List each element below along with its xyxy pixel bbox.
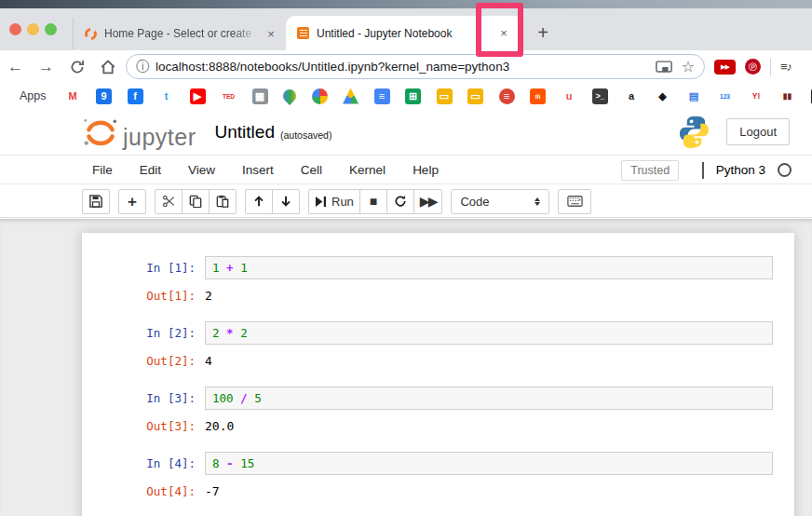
back-icon[interactable]: ← [0,58,31,76]
jupyter-header: jupyter Untitled (autosaved) Logout [0,109,812,156]
jupyter-brand-text: jupyter [123,126,196,149]
trusted-button[interactable]: Trusted [621,160,679,181]
divider [770,59,771,75]
output-prompt: Out[4]: [82,483,205,499]
bookmark-drive-icon[interactable] [343,88,359,104]
restart-kernel-button[interactable] [386,189,414,214]
zoom-window-button[interactable] [45,23,57,35]
bookmark-soundcloud-icon[interactable]: ılı [530,88,546,104]
add-cell-button[interactable]: + [118,189,146,214]
reading-list-icon[interactable]: ≡♪ [780,60,792,74]
bookmark-layers-icon[interactable]: ▤ [686,88,702,104]
bookmark-docs-icon[interactable]: ≡ [374,88,390,104]
url-bar[interactable]: ⓘ localhost:8888/notebooks/Untitled.ipyn… [126,54,705,79]
menu-edit[interactable]: Edit [140,163,161,177]
output-value: 4 [205,353,212,369]
bookmark-facebook-icon[interactable]: f [128,88,143,104]
bookmark-yahoo-icon[interactable]: Y! [749,88,765,104]
restart-run-all-button[interactable]: ▶▶ [413,189,443,214]
page-info-icon[interactable]: ⓘ [136,59,149,75]
divider [702,162,704,179]
browser-address-bar: ← → ⓘ localhost:8888/notebooks/Untitled.… [0,50,812,83]
notebook-title[interactable]: Untitled [215,122,275,143]
bookmark-one-two-three-icon[interactable]: 123 [717,88,733,104]
home-icon[interactable] [92,59,123,75]
run-label: Run [332,195,354,209]
tab-home-page[interactable]: Home Page - Select or create a × [73,18,285,49]
bookmark-calendar-icon[interactable]: 9 [96,88,112,104]
bookmark-youtube-icon[interactable]: ▶ [190,88,206,104]
code-input[interactable]: 100 / 5 [205,387,773,410]
bookmark-star-icon[interactable]: ☆ [682,58,695,75]
bookmark-slides-icon[interactable]: ▭ [437,88,453,104]
browser-tab-bar: Home Page - Select or create a × Untitle… [0,8,812,50]
run-button[interactable]: Run [308,189,360,214]
close-window-button[interactable] [9,23,21,35]
kernel-name: Python 3 [716,163,765,177]
reload-icon[interactable] [61,59,92,75]
move-group [245,189,300,214]
window-behind-strip [0,0,812,8]
move-cell-up-button[interactable] [245,189,273,214]
code-input[interactable]: 8 - 15 [205,452,773,475]
new-tab-button[interactable]: + [531,20,555,45]
cut-cell-button[interactable] [155,189,183,214]
code-input[interactable]: 2 * 2 [205,321,773,345]
apps-label[interactable]: Apps [20,89,47,102]
traffic-lights [9,23,57,35]
output-prompt: Out[3]: [82,418,205,434]
tab-untitled-notebook[interactable]: Untitled - Jupyter Notebook × [286,16,523,50]
bookmark-slides-2-icon[interactable]: ▭ [467,88,483,104]
menu-insert[interactable]: Insert [242,163,274,177]
tab-close-icon[interactable]: × [263,25,279,42]
screen: Home Page - Select or create a × Untitle… [0,0,812,516]
dropdown-arrows-icon [535,197,540,206]
bookmark-twitter-icon[interactable]: t [158,88,174,104]
tab-close-icon[interactable]: × [495,25,512,42]
command-palette-button[interactable] [558,189,591,214]
extensions-area: ▶▶ ℗ ≡♪ [714,59,792,75]
output-prompt: Out[1]: [82,288,205,304]
jupyter-logo[interactable]: jupyter [82,115,196,149]
python-logo [679,115,710,148]
bookmark-blocks-icon[interactable]: ▮▮ [779,88,795,104]
bookmark-sheets-icon[interactable]: ⊞ [405,88,421,104]
bookmark-cube-icon[interactable]: ◈ [655,88,670,104]
bookmark-favicons: M 9 f t ▶ TED ▦ ≡ ⊞ ▭ ▭ ≡ ılı u >_ a ◈ ▤… [65,88,812,104]
bookmark-terminal-icon[interactable]: >_ [592,88,608,104]
menu-items: FileEditViewInsertCellKernelHelp [92,163,466,177]
url-text[interactable]: localhost:8888/notebooks/Untitled.ipynb?… [156,60,646,74]
stop-button[interactable]: ■ [359,189,387,214]
bookmark-maps-icon[interactable] [280,87,299,105]
menu-cell[interactable]: Cell [301,163,322,177]
copy-cell-button[interactable] [182,189,210,214]
cast-icon[interactable] [656,61,672,74]
bookmark-amazon-icon[interactable]: a [624,88,640,104]
pinterest-extension-icon[interactable]: ℗ [745,59,761,75]
youtube-extension-icon[interactable]: ▶▶ [714,60,736,75]
paste-cell-button[interactable] [209,189,237,214]
cell-type-value: Code [460,195,489,209]
move-cell-down-button[interactable] [272,189,300,214]
minimize-window-button[interactable] [27,23,39,35]
tab-title: Home Page - Select or create a [104,27,263,40]
notebook-page: In [1]: 1 + 1 Out[1]: 2 In [2]: 2 * 2 Ou… [82,233,794,516]
menu-help[interactable]: Help [413,163,439,177]
forward-icon[interactable]: → [31,58,61,76]
bookmark-chat-icon[interactable]: ≡ [499,88,515,104]
menu-file[interactable]: File [92,163,113,177]
cell-type-dropdown[interactable]: Code [451,189,549,214]
bookmark-gmail-icon[interactable]: M [65,88,81,104]
menu-view[interactable]: View [188,163,215,177]
code-input[interactable]: 1 + 1 [205,256,773,279]
bookmark-photos-icon[interactable] [312,88,328,104]
bookmark-udemy-icon[interactable]: u [562,88,577,104]
logout-button[interactable]: Logout [726,118,790,145]
apps-grid-icon[interactable] [9,89,12,102]
menu-right: Trusted Python 3 [621,160,792,181]
bookmark-archive-icon[interactable]: ▦ [252,88,268,104]
save-button[interactable] [82,189,110,214]
menu-kernel[interactable]: Kernel [349,163,386,177]
notebook-background: In [1]: 1 + 1 Out[1]: 2 In [2]: 2 * 2 Ou… [0,219,812,516]
bookmark-ted-icon[interactable]: TED [221,88,237,104]
